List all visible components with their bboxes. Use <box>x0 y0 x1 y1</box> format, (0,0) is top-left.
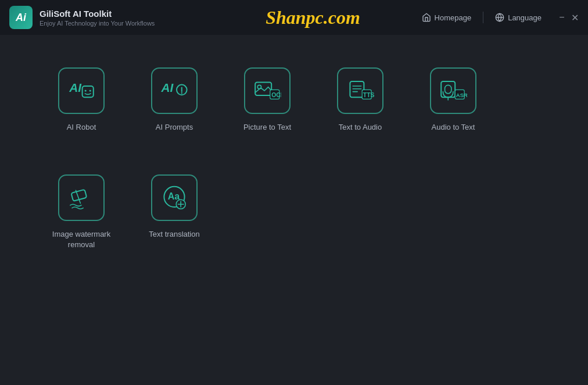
text-translation-label: Text translation <box>149 229 199 240</box>
svg-point-4 <box>85 90 87 91</box>
ai-robot-label: AI Robot <box>67 122 96 133</box>
app-info: GiliSoft AI Toolkit Enjoy AI Technology … <box>40 9 155 27</box>
ai-prompts-icon-wrapper: AI <box>151 67 198 114</box>
picture-to-text-icon-wrapper: OCR <box>244 67 291 114</box>
tool-text-to-audio[interactable]: TTS Text to Audio <box>314 58 407 142</box>
tool-text-translation[interactable]: Aa Text translation <box>128 165 221 259</box>
homepage-label: Homepage <box>435 13 472 22</box>
svg-rect-10 <box>255 83 271 95</box>
svg-rect-3 <box>83 86 94 97</box>
audio-to-text-icon-wrapper: ASR <box>430 67 476 114</box>
svg-text:Aa: Aa <box>168 191 180 201</box>
language-label: Language <box>508 13 542 22</box>
svg-rect-21 <box>445 85 451 93</box>
nav-buttons: Homepage Language − ✕ <box>415 9 579 26</box>
svg-line-26 <box>76 190 80 203</box>
text-translation-icon: Aa <box>160 184 188 212</box>
text-to-audio-icon: TTS <box>346 77 374 105</box>
nav-divider <box>483 12 483 23</box>
watermark-text: Shanpc.com <box>266 7 360 28</box>
audio-to-text-label: Audio to Text <box>432 122 475 133</box>
svg-point-9 <box>181 92 182 94</box>
home-icon <box>422 13 431 22</box>
ai-prompts-icon: AI <box>160 77 188 105</box>
svg-text:TTS: TTS <box>363 92 374 98</box>
close-button[interactable]: ✕ <box>571 13 579 22</box>
main-content: AI AI Robot AI AI Prompts <box>0 35 588 283</box>
svg-text:ASR: ASR <box>456 92 467 98</box>
picture-to-text-label: Picture to Text <box>243 122 291 133</box>
watermark-removal-label: Image watermark removal <box>52 229 110 250</box>
text-to-audio-label: Text to Audio <box>339 122 382 133</box>
watermark-removal-icon-wrapper <box>58 174 105 221</box>
watermark-removal-icon <box>67 184 95 212</box>
logo-text: Ai <box>16 12 26 24</box>
app-logo: Ai <box>9 6 33 29</box>
tools-row-2: Image watermark removal Aa Text translat… <box>35 165 553 259</box>
ai-robot-icon-wrapper: AI <box>58 67 105 114</box>
svg-point-5 <box>89 90 91 91</box>
svg-text:AI: AI <box>161 81 174 94</box>
globe-icon <box>495 13 504 22</box>
titlebar: Ai GiliSoft AI Toolkit Enjoy AI Technolo… <box>0 0 588 35</box>
svg-text:AI: AI <box>69 81 82 94</box>
ai-prompts-label: AI Prompts <box>156 122 193 133</box>
tool-ai-robot[interactable]: AI AI Robot <box>35 58 128 142</box>
homepage-button[interactable]: Homepage <box>415 9 479 26</box>
ai-robot-icon: AI <box>67 77 95 105</box>
app-title: GiliSoft AI Toolkit <box>40 9 155 19</box>
window-controls: − ✕ <box>558 13 579 22</box>
text-to-audio-icon-wrapper: TTS <box>337 67 383 114</box>
tools-row-1: AI AI Robot AI AI Prompts <box>35 58 553 142</box>
tool-ai-prompts[interactable]: AI AI Prompts <box>128 58 221 142</box>
audio-to-text-icon: ASR <box>439 77 467 105</box>
picture-to-text-icon: OCR <box>253 77 281 105</box>
text-translation-icon-wrapper: Aa <box>151 174 198 221</box>
tool-picture-to-text[interactable]: OCR Picture to Text <box>221 58 314 142</box>
svg-text:OCR: OCR <box>271 92 281 98</box>
minimize-button[interactable]: − <box>558 13 566 22</box>
tool-audio-to-text[interactable]: ASR Audio to Text <box>407 58 500 142</box>
app-subtitle: Enjoy AI Technology into Your Workflows <box>40 20 155 27</box>
language-button[interactable]: Language <box>488 9 548 26</box>
tool-image-watermark-removal[interactable]: Image watermark removal <box>35 165 128 259</box>
